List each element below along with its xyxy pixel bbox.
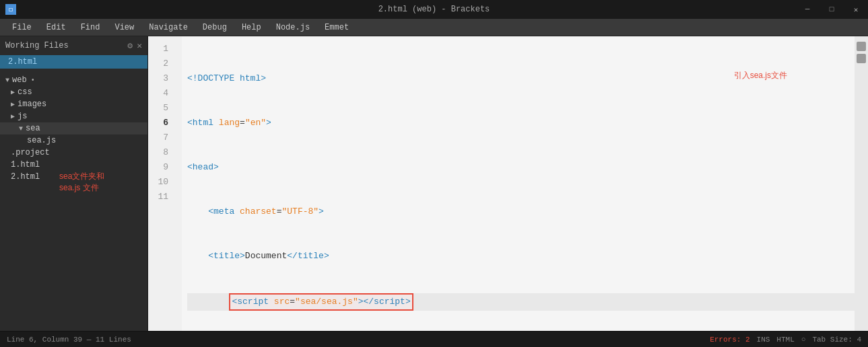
header-icons: ⚙ ✕ xyxy=(127,40,142,51)
1html-label: 1.html xyxy=(11,160,40,169)
menu-find[interactable]: Find xyxy=(74,22,107,34)
ins-indicator: INS xyxy=(757,336,770,344)
folder-images[interactable]: ▶ images xyxy=(0,98,147,110)
gutter-icon-1[interactable] xyxy=(857,42,866,51)
menu-edit[interactable]: Edit xyxy=(40,22,73,34)
right-gutter xyxy=(855,36,868,331)
code-line-2: <html lang="en"> xyxy=(187,116,855,130)
window-buttons[interactable]: ─ □ ✕ xyxy=(795,0,868,19)
line-num-2: 2 xyxy=(148,56,175,71)
line-num-3: 3 xyxy=(148,71,175,86)
menu-navigate[interactable]: Navigate xyxy=(142,22,195,34)
line-num-7: 7 xyxy=(148,130,175,145)
working-files-label: Working Files xyxy=(5,41,69,50)
status-right: Errors: 2 INS HTML ○ Tab Size: 4 xyxy=(710,336,861,344)
editor: 1 2 3 4 5 6 7 8 9 10 11 <!DOCTYPE html> … xyxy=(148,36,868,331)
main-area: Working Files ⚙ ✕ 2.html ▼ web • ▶ css ▶ xyxy=(0,36,868,331)
project-tree: ▼ web • ▶ css ▶ images ▶ js ▼ sea sea.js xyxy=(0,74,147,331)
code-line-5: <title>Document</title> xyxy=(187,249,855,264)
editor-content: 1 2 3 4 5 6 7 8 9 10 11 <!DOCTYPE html> … xyxy=(148,36,868,331)
folder-js-label: js xyxy=(18,112,27,121)
language-indicator[interactable]: HTML xyxy=(776,336,794,344)
working-files-header: Working Files ⚙ ✕ xyxy=(0,36,147,55)
file-sea-js[interactable]: sea.js xyxy=(0,134,147,147)
folder-css-label: css xyxy=(18,87,32,97)
gutter-icon-2[interactable] xyxy=(857,54,866,63)
menu-view[interactable]: View xyxy=(108,22,141,34)
menu-file[interactable]: File xyxy=(5,22,38,34)
line-num-4: 4 xyxy=(148,86,175,101)
app-icon: ◻ xyxy=(5,4,16,15)
code-line-1: <!DOCTYPE html> xyxy=(187,71,855,86)
menu-help[interactable]: Help xyxy=(235,22,268,34)
line-num-1: 1 xyxy=(148,42,175,56)
maximize-button[interactable]: □ xyxy=(820,0,844,19)
status-bar: Line 6, Column 39 — 11 Lines Errors: 2 I… xyxy=(0,331,868,347)
minimize-button[interactable]: ─ xyxy=(795,0,820,19)
status-left: Line 6, Column 39 — 11 Lines xyxy=(7,336,131,344)
title-bar: ◻ 2.html (web) - Brackets ─ □ ✕ xyxy=(0,0,868,19)
line-numbers: 1 2 3 4 5 6 7 8 9 10 11 xyxy=(148,36,182,331)
error-count[interactable]: Errors: 2 xyxy=(710,336,749,344)
file-2html[interactable]: 2.html xyxy=(0,171,147,183)
line-num-8: 8 xyxy=(148,145,175,160)
folder-js[interactable]: ▶ js xyxy=(0,110,147,122)
menu-bar: File Edit Find View Navigate Debug Help … xyxy=(0,19,868,36)
folder-sea-label: sea xyxy=(26,124,40,133)
code-line-6: <script src="sea/sea.js"></script> xyxy=(187,293,855,311)
2html-label: 2.html xyxy=(11,172,40,182)
images-arrow: ▶ xyxy=(11,100,15,108)
line-num-11: 11 xyxy=(148,190,175,204)
line-num-6: 6 xyxy=(148,116,175,130)
working-file-name: 2.html xyxy=(8,57,37,67)
menu-nodejs[interactable]: Node.js xyxy=(269,22,316,34)
folder-web: web xyxy=(12,75,27,85)
tab-size[interactable]: Tab Size: 4 xyxy=(812,336,861,344)
working-file-2html[interactable]: 2.html xyxy=(0,55,147,69)
project-root-web[interactable]: ▼ web • xyxy=(0,74,147,86)
folder-images-label: images xyxy=(18,100,46,109)
settings-icon[interactable]: ⚙ xyxy=(127,40,133,51)
code-line-3: <head> xyxy=(187,160,855,175)
css-arrow: ▶ xyxy=(11,88,15,96)
web-arrow: ▼ xyxy=(5,77,9,84)
line-num-10: 10 xyxy=(148,175,175,190)
file-project[interactable]: .project xyxy=(0,147,147,159)
web-indicator: • xyxy=(31,77,35,84)
js-arrow: ▶ xyxy=(11,112,15,120)
cursor-position: Line 6, Column 39 — 11 Lines xyxy=(7,336,131,344)
file-1html[interactable]: 1.html xyxy=(0,159,147,171)
sea-arrow: ▼ xyxy=(19,125,23,132)
line-num-5: 5 xyxy=(148,101,175,116)
code-editor[interactable]: <!DOCTYPE html> <html lang="en"> <head> … xyxy=(182,36,855,331)
close-working-files-icon[interactable]: ✕ xyxy=(137,40,142,51)
line-num-9: 9 xyxy=(148,160,175,175)
circle-icon: ○ xyxy=(801,336,806,344)
window-controls: ◻ xyxy=(5,4,16,15)
project-file-label: .project xyxy=(11,148,50,157)
sidebar: Working Files ⚙ ✕ 2.html ▼ web • ▶ css ▶ xyxy=(0,36,148,331)
folder-sea[interactable]: ▼ sea xyxy=(0,122,147,134)
code-line-4: <meta charset="UTF-8"> xyxy=(187,204,855,219)
window-title: 2.html (web) - Brackets xyxy=(378,5,490,14)
menu-debug[interactable]: Debug xyxy=(196,22,234,34)
menu-emmet[interactable]: Emmet xyxy=(318,22,356,34)
sea-js-label: sea.js xyxy=(27,136,56,145)
folder-css[interactable]: ▶ css xyxy=(0,86,147,98)
close-button[interactable]: ✕ xyxy=(844,0,868,19)
